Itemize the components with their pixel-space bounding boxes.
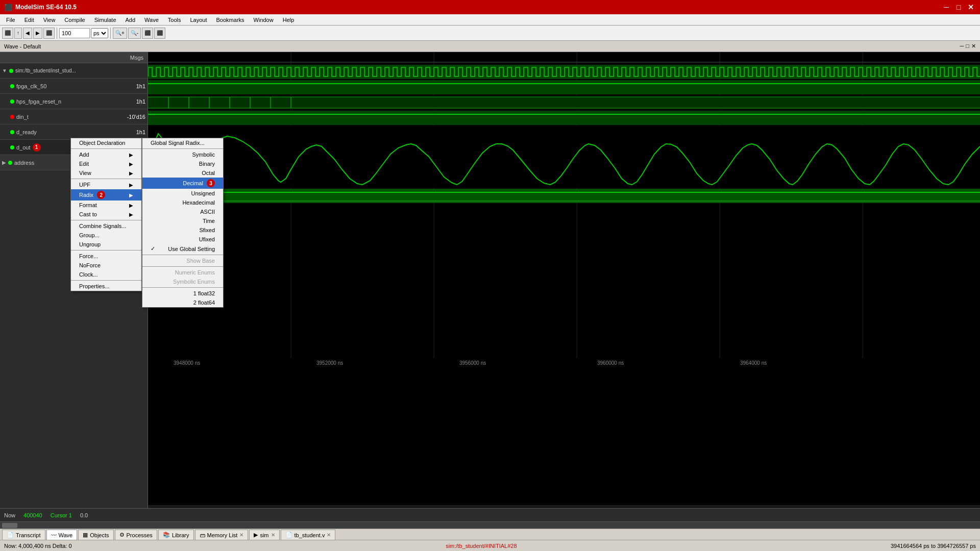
radix-symbolic-enums: Symbolic Enums	[142, 277, 223, 286]
radix-submenu: Global Signal Radix... Symbolic Binary O…	[142, 138, 224, 308]
radix-symbolic[interactable]: Symbolic	[142, 150, 223, 159]
ctx-radix-arrow: ▶	[129, 192, 133, 198]
radix-global[interactable]: Global Signal Radix...	[142, 138, 223, 147]
ctx-combine[interactable]: Combine Signals...	[71, 221, 141, 231]
ctx-group[interactable]: Group...	[71, 231, 141, 240]
ctx-sep-1	[71, 148, 141, 149]
ctx-clock[interactable]: Clock...	[71, 270, 141, 279]
context-menu: Object Declaration Add ▶ Edit ▶ View ▶ U…	[70, 138, 142, 291]
badge-decimal: 3	[207, 179, 215, 187]
radix-show-base: Show Base	[142, 256, 223, 265]
context-menu-overlay[interactable]: Object Declaration Add ▶ Edit ▶ View ▶ U…	[0, 0, 980, 551]
radix-sep-4	[142, 287, 223, 288]
ctx-radix[interactable]: Radix 2 ▶	[71, 189, 141, 201]
radix-unsigned[interactable]: Unsigned	[142, 189, 223, 198]
ctx-noforce[interactable]: NoForce	[71, 261, 141, 270]
ctx-sep-4	[71, 250, 141, 251]
ctx-add-arrow: ▶	[129, 152, 133, 158]
radix-sep-3	[142, 266, 223, 267]
radix-sep-1	[142, 148, 223, 149]
radix-float64[interactable]: 2 float64	[142, 298, 223, 307]
radix-binary[interactable]: Binary	[142, 159, 223, 168]
radix-use-global[interactable]: ✓ Use Global Setting	[142, 244, 223, 254]
radix-octal[interactable]: Octal	[142, 168, 223, 178]
ctx-upf-arrow: ▶	[129, 182, 133, 188]
ctx-obj-decl[interactable]: Object Declaration	[71, 138, 141, 147]
radix-numeric-enums: Numeric Enums	[142, 268, 223, 277]
ctx-sep-5	[71, 280, 141, 281]
ctx-ungroup[interactable]: Ungroup	[71, 240, 141, 249]
ctx-sep-3	[71, 220, 141, 220]
radix-ascii[interactable]: ASCII	[142, 207, 223, 216]
radix-ufixed[interactable]: Ufixed	[142, 235, 223, 244]
ctx-add[interactable]: Add ▶	[71, 150, 141, 159]
radix-float32[interactable]: 1 float32	[142, 289, 223, 298]
ctx-view-arrow: ▶	[129, 170, 133, 176]
ctx-cast-to[interactable]: Cast to ▶	[71, 210, 141, 219]
ctx-view[interactable]: View ▶	[71, 168, 141, 178]
radix-time[interactable]: Time	[142, 216, 223, 226]
radix-sfixed[interactable]: Sfixed	[142, 226, 223, 235]
ctx-cast-arrow: ▶	[129, 212, 133, 217]
ctx-format-arrow: ▶	[129, 203, 133, 208]
radix-hex[interactable]: Hexadecimal	[142, 198, 223, 207]
ctx-sep-2	[71, 179, 141, 179]
radix-sep-2	[142, 255, 223, 255]
ctx-upf[interactable]: UPF ▶	[71, 180, 141, 189]
ctx-edit[interactable]: Edit ▶	[71, 159, 141, 168]
badge-radix: 2	[97, 191, 105, 199]
ctx-properties[interactable]: Properties...	[71, 282, 141, 291]
ctx-edit-arrow: ▶	[129, 161, 133, 167]
ctx-force[interactable]: Force...	[71, 252, 141, 261]
radix-decimal[interactable]: Decimal 3	[142, 178, 223, 189]
ctx-format[interactable]: Format ▶	[71, 201, 141, 210]
